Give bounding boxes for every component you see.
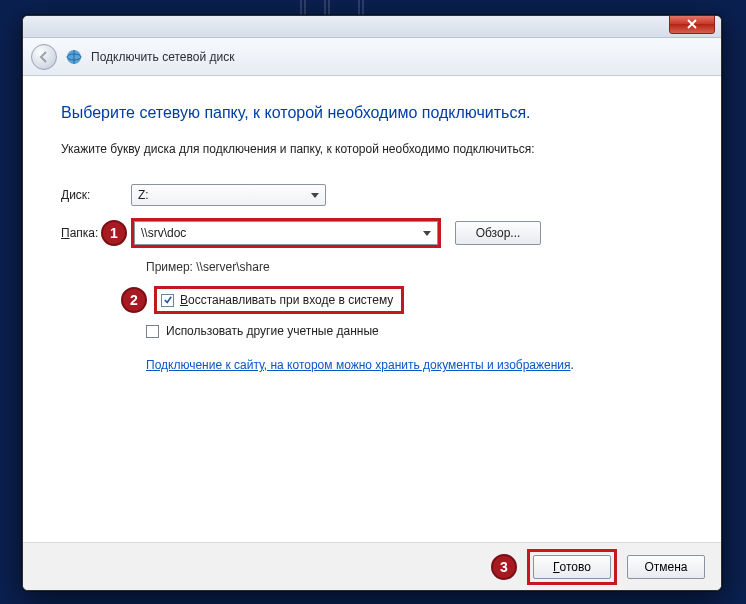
annotation-badge-2: 2 bbox=[121, 287, 147, 313]
network-drive-icon bbox=[65, 48, 83, 66]
other-credentials-label: Использовать другие учетные данные bbox=[166, 324, 379, 338]
page-heading: Выберите сетевую папку, к которой необхо… bbox=[61, 104, 683, 122]
arrow-left-icon bbox=[38, 51, 50, 63]
window-title: Подключить сетевой диск bbox=[91, 50, 234, 64]
other-credentials-checkbox[interactable] bbox=[146, 325, 159, 338]
chevron-down-icon bbox=[311, 193, 319, 198]
content-area: Выберите сетевую папку, к которой необхо… bbox=[23, 76, 721, 382]
drive-select-value: Z: bbox=[138, 188, 149, 202]
cancel-button[interactable]: Отмена bbox=[627, 555, 705, 579]
finish-highlight: Готово bbox=[527, 549, 617, 585]
close-icon bbox=[687, 19, 697, 29]
annotation-badge-3: 3 bbox=[491, 554, 517, 580]
drive-label: Диск: bbox=[61, 188, 131, 202]
back-button[interactable] bbox=[31, 44, 57, 70]
connect-website-link[interactable]: Подключение к сайту, на котором можно хр… bbox=[146, 358, 571, 372]
chevron-down-icon bbox=[423, 231, 431, 236]
page-subheading: Укажите букву диска для подключения и па… bbox=[61, 142, 683, 156]
map-network-drive-dialog: Подключить сетевой диск Выберите сетевую… bbox=[22, 15, 722, 591]
folder-input-highlight: \\srv\doc bbox=[131, 218, 441, 248]
close-button[interactable] bbox=[669, 15, 715, 34]
browse-button[interactable]: Обзор... bbox=[455, 221, 541, 245]
header-bar: Подключить сетевой диск bbox=[23, 38, 721, 76]
reconnect-label: Восстанавливать при входе в систему bbox=[180, 293, 393, 307]
finish-button[interactable]: Готово bbox=[533, 555, 611, 579]
annotation-badge-1: 1 bbox=[101, 220, 127, 246]
drive-select[interactable]: Z: bbox=[131, 184, 326, 206]
folder-example: Пример: \\server\share bbox=[146, 260, 683, 274]
reconnect-checkbox[interactable] bbox=[161, 294, 174, 307]
reconnect-highlight: Восстанавливать при входе в систему bbox=[154, 286, 404, 314]
titlebar bbox=[23, 16, 721, 38]
footer-bar: 3 Готово Отмена bbox=[23, 542, 721, 590]
folder-combobox[interactable]: \\srv\doc bbox=[134, 221, 438, 245]
folder-input-value: \\srv\doc bbox=[141, 226, 186, 240]
